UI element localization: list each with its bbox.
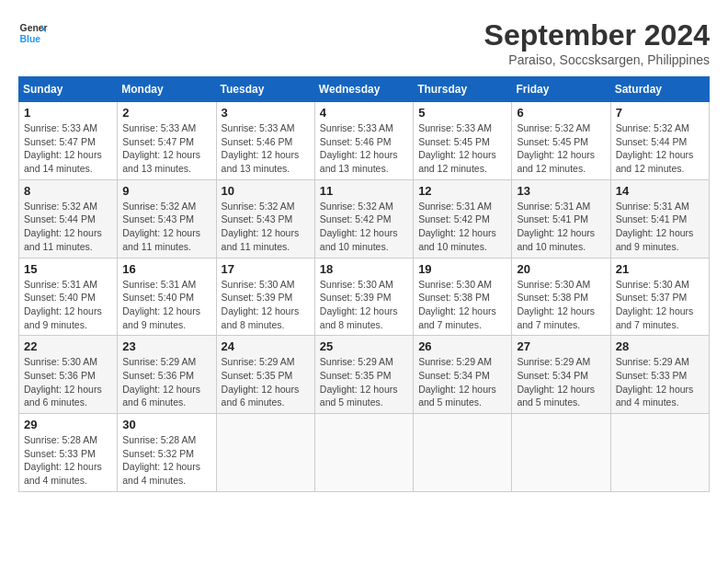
calendar-day-cell: 6Sunrise: 5:32 AM Sunset: 5:45 PM Daylig… xyxy=(512,102,610,180)
calendar-day-cell: 21Sunrise: 5:30 AM Sunset: 5:37 PM Dayli… xyxy=(610,258,709,336)
calendar-day-cell: 14Sunrise: 5:31 AM Sunset: 5:41 PM Dayli… xyxy=(610,179,709,258)
calendar-week-row: 15Sunrise: 5:31 AM Sunset: 5:40 PM Dayli… xyxy=(19,258,710,336)
day-info: Sunrise: 5:30 AM Sunset: 5:39 PM Dayligh… xyxy=(320,278,408,332)
day-number: 29 xyxy=(24,418,112,431)
logo: General Blue xyxy=(18,18,48,48)
calendar-day-cell: 25Sunrise: 5:29 AM Sunset: 5:35 PM Dayli… xyxy=(314,336,413,414)
day-info: Sunrise: 5:33 AM Sunset: 5:46 PM Dayligh… xyxy=(320,121,408,176)
day-number: 23 xyxy=(122,339,210,353)
day-number: 10 xyxy=(222,184,310,198)
day-info: Sunrise: 5:32 AM Sunset: 5:42 PM Dayligh… xyxy=(320,200,408,254)
day-number: 9 xyxy=(122,184,210,198)
day-number: 7 xyxy=(616,106,704,120)
day-number: 6 xyxy=(517,106,605,120)
day-number: 3 xyxy=(222,106,310,120)
day-info: Sunrise: 5:29 AM Sunset: 5:33 PM Dayligh… xyxy=(616,355,704,409)
day-info: Sunrise: 5:32 AM Sunset: 5:43 PM Dayligh… xyxy=(122,200,210,254)
day-of-week-header: Friday xyxy=(512,77,610,102)
page-header: General Blue September 2024 Paraiso, Soc… xyxy=(18,18,710,67)
calendar-day-cell: 8Sunrise: 5:32 AM Sunset: 5:44 PM Daylig… xyxy=(19,179,118,258)
title-block: September 2024 Paraiso, Soccsksargen, Ph… xyxy=(484,18,710,67)
day-info: Sunrise: 5:32 AM Sunset: 5:44 PM Dayligh… xyxy=(24,200,112,254)
calendar-day-cell: 29Sunrise: 5:28 AM Sunset: 5:33 PM Dayli… xyxy=(19,414,118,492)
calendar-day-cell: 7Sunrise: 5:32 AM Sunset: 5:44 PM Daylig… xyxy=(610,102,709,180)
day-info: Sunrise: 5:30 AM Sunset: 5:39 PM Dayligh… xyxy=(222,278,310,332)
location-subtitle: Paraiso, Soccsksargen, Philippines xyxy=(484,52,710,67)
calendar-day-cell: 28Sunrise: 5:29 AM Sunset: 5:33 PM Dayli… xyxy=(610,336,709,414)
day-number: 19 xyxy=(418,262,506,276)
calendar-day-cell: 10Sunrise: 5:32 AM Sunset: 5:43 PM Dayli… xyxy=(216,179,314,258)
calendar-table: SundayMondayTuesdayWednesdayThursdayFrid… xyxy=(18,76,710,492)
day-number: 20 xyxy=(517,262,605,276)
day-number: 21 xyxy=(616,262,704,276)
svg-text:Blue: Blue xyxy=(20,34,41,44)
day-info: Sunrise: 5:31 AM Sunset: 5:42 PM Dayligh… xyxy=(418,200,506,254)
day-info: Sunrise: 5:33 AM Sunset: 5:46 PM Dayligh… xyxy=(222,121,310,176)
day-of-week-header: Sunday xyxy=(19,77,118,102)
day-number: 8 xyxy=(24,184,112,198)
day-info: Sunrise: 5:31 AM Sunset: 5:40 PM Dayligh… xyxy=(122,278,210,332)
day-number: 12 xyxy=(418,184,506,198)
calendar-day-cell: 30Sunrise: 5:28 AM Sunset: 5:32 PM Dayli… xyxy=(118,414,216,492)
day-info: Sunrise: 5:30 AM Sunset: 5:36 PM Dayligh… xyxy=(24,355,112,409)
day-number: 26 xyxy=(418,339,506,353)
day-number: 24 xyxy=(222,339,310,353)
calendar-day-cell xyxy=(414,414,512,492)
calendar-day-cell: 12Sunrise: 5:31 AM Sunset: 5:42 PM Dayli… xyxy=(414,179,512,258)
day-info: Sunrise: 5:31 AM Sunset: 5:41 PM Dayligh… xyxy=(517,200,605,254)
day-number: 13 xyxy=(517,184,605,198)
calendar-day-cell: 22Sunrise: 5:30 AM Sunset: 5:36 PM Dayli… xyxy=(19,336,118,414)
calendar-day-cell: 19Sunrise: 5:30 AM Sunset: 5:38 PM Dayli… xyxy=(414,258,512,336)
calendar-day-cell: 18Sunrise: 5:30 AM Sunset: 5:39 PM Dayli… xyxy=(314,258,413,336)
day-of-week-header: Saturday xyxy=(610,77,709,102)
calendar-header-row: SundayMondayTuesdayWednesdayThursdayFrid… xyxy=(19,77,710,102)
day-info: Sunrise: 5:30 AM Sunset: 5:38 PM Dayligh… xyxy=(418,278,506,332)
day-number: 27 xyxy=(517,339,605,353)
day-of-week-header: Monday xyxy=(118,77,216,102)
day-number: 2 xyxy=(122,106,210,120)
day-number: 5 xyxy=(418,106,506,120)
calendar-day-cell: 15Sunrise: 5:31 AM Sunset: 5:40 PM Dayli… xyxy=(19,258,118,336)
day-info: Sunrise: 5:32 AM Sunset: 5:44 PM Dayligh… xyxy=(616,121,704,176)
calendar-day-cell: 20Sunrise: 5:30 AM Sunset: 5:38 PM Dayli… xyxy=(512,258,610,336)
day-info: Sunrise: 5:30 AM Sunset: 5:38 PM Dayligh… xyxy=(517,278,605,332)
calendar-week-row: 29Sunrise: 5:28 AM Sunset: 5:33 PM Dayli… xyxy=(19,414,710,492)
calendar-day-cell: 13Sunrise: 5:31 AM Sunset: 5:41 PM Dayli… xyxy=(512,179,610,258)
day-of-week-header: Tuesday xyxy=(216,77,314,102)
day-number: 4 xyxy=(320,106,408,120)
calendar-day-cell: 4Sunrise: 5:33 AM Sunset: 5:46 PM Daylig… xyxy=(314,102,413,180)
day-number: 30 xyxy=(122,418,210,431)
day-info: Sunrise: 5:32 AM Sunset: 5:45 PM Dayligh… xyxy=(517,121,605,176)
day-info: Sunrise: 5:29 AM Sunset: 5:35 PM Dayligh… xyxy=(222,355,310,409)
calendar-day-cell: 26Sunrise: 5:29 AM Sunset: 5:34 PM Dayli… xyxy=(414,336,512,414)
day-number: 25 xyxy=(320,339,408,353)
day-info: Sunrise: 5:29 AM Sunset: 5:34 PM Dayligh… xyxy=(418,355,506,409)
day-of-week-header: Wednesday xyxy=(314,77,413,102)
calendar-day-cell: 17Sunrise: 5:30 AM Sunset: 5:39 PM Dayli… xyxy=(216,258,314,336)
day-info: Sunrise: 5:30 AM Sunset: 5:37 PM Dayligh… xyxy=(616,278,704,332)
calendar-day-cell: 3Sunrise: 5:33 AM Sunset: 5:46 PM Daylig… xyxy=(216,102,314,180)
calendar-week-row: 8Sunrise: 5:32 AM Sunset: 5:44 PM Daylig… xyxy=(19,179,710,258)
calendar-day-cell: 5Sunrise: 5:33 AM Sunset: 5:45 PM Daylig… xyxy=(414,102,512,180)
day-of-week-header: Thursday xyxy=(414,77,512,102)
calendar-day-cell: 9Sunrise: 5:32 AM Sunset: 5:43 PM Daylig… xyxy=(118,179,216,258)
day-info: Sunrise: 5:28 AM Sunset: 5:32 PM Dayligh… xyxy=(122,433,210,488)
calendar-week-row: 1Sunrise: 5:33 AM Sunset: 5:47 PM Daylig… xyxy=(19,102,710,180)
day-number: 1 xyxy=(24,106,112,120)
calendar-day-cell xyxy=(314,414,413,492)
calendar-day-cell: 2Sunrise: 5:33 AM Sunset: 5:47 PM Daylig… xyxy=(118,102,216,180)
calendar-day-cell: 1Sunrise: 5:33 AM Sunset: 5:47 PM Daylig… xyxy=(19,102,118,180)
calendar-day-cell xyxy=(216,414,314,492)
day-info: Sunrise: 5:29 AM Sunset: 5:34 PM Dayligh… xyxy=(517,355,605,409)
day-info: Sunrise: 5:32 AM Sunset: 5:43 PM Dayligh… xyxy=(222,200,310,254)
calendar-day-cell: 27Sunrise: 5:29 AM Sunset: 5:34 PM Dayli… xyxy=(512,336,610,414)
calendar-week-row: 22Sunrise: 5:30 AM Sunset: 5:36 PM Dayli… xyxy=(19,336,710,414)
calendar-day-cell: 16Sunrise: 5:31 AM Sunset: 5:40 PM Dayli… xyxy=(118,258,216,336)
calendar-day-cell: 23Sunrise: 5:29 AM Sunset: 5:36 PM Dayli… xyxy=(118,336,216,414)
day-info: Sunrise: 5:28 AM Sunset: 5:33 PM Dayligh… xyxy=(24,433,112,488)
calendar-day-cell xyxy=(512,414,610,492)
day-number: 15 xyxy=(24,262,112,276)
day-number: 11 xyxy=(320,184,408,198)
day-info: Sunrise: 5:33 AM Sunset: 5:47 PM Dayligh… xyxy=(24,121,112,176)
calendar-day-cell xyxy=(610,414,709,492)
